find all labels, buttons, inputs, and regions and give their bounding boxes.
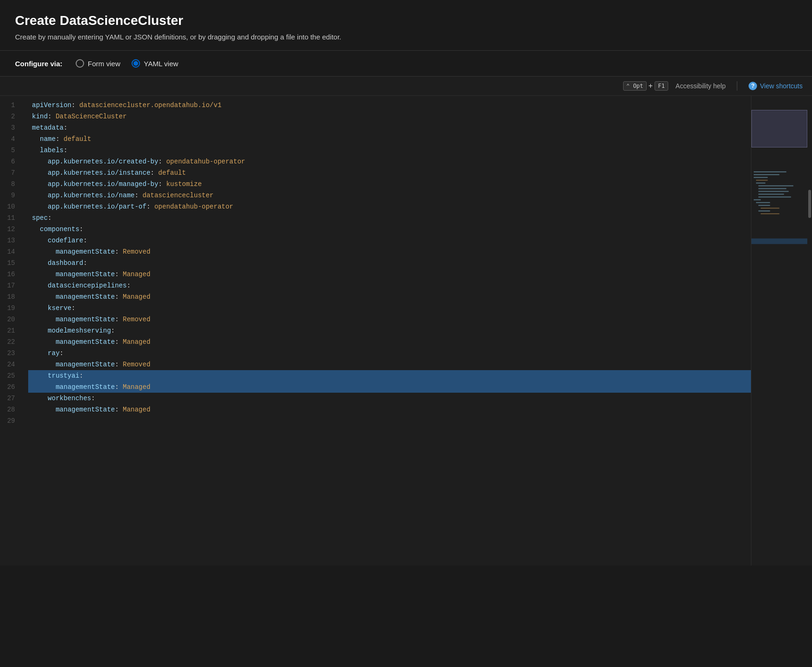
- line-number: 21: [0, 325, 21, 336]
- code-token: Managed: [123, 404, 150, 415]
- code-token: :: [55, 133, 63, 145]
- code-line: app.kubernetes.io/managed-by: kustomize: [28, 178, 751, 190]
- code-token: :: [48, 111, 56, 122]
- svg-rect-7: [758, 188, 787, 189]
- scrollbar[interactable]: [807, 96, 812, 566]
- line-number: 28: [0, 404, 21, 415]
- code-token: :: [79, 370, 83, 381]
- code-line: trustyai:: [28, 370, 751, 381]
- line-number: 7: [0, 167, 21, 178]
- yaml-view-radio[interactable]: [132, 59, 140, 68]
- minimap-viewport: [751, 110, 807, 147]
- code-token: workbenches: [48, 393, 91, 404]
- code-line: kind: DataScienceCluster: [28, 111, 751, 122]
- code-line: labels:: [28, 145, 751, 156]
- code-token: [32, 404, 55, 415]
- code-line: managementState: Managed: [28, 336, 751, 348]
- code-token: Managed: [123, 291, 150, 302]
- code-line: spec:: [28, 212, 751, 224]
- code-token: managementState: [55, 336, 115, 348]
- code-token: kserve: [48, 302, 71, 314]
- svg-rect-3: [754, 177, 768, 178]
- code-line: apiVersion: datasciencecluster.opendatah…: [28, 100, 751, 111]
- form-view-option[interactable]: Form view: [76, 59, 120, 68]
- accessibility-help-text[interactable]: Accessibility help: [676, 82, 726, 90]
- code-token: [32, 302, 48, 314]
- code-token: app.kubernetes.io/created-by: [48, 156, 158, 167]
- code-token: [32, 133, 40, 145]
- line-number: 16: [0, 269, 21, 280]
- line-number: 6: [0, 156, 21, 167]
- code-token: opendatahub-operator: [154, 201, 233, 212]
- code-token: :: [115, 381, 123, 393]
- code-token: :: [115, 404, 123, 415]
- line-number: 12: [0, 224, 21, 235]
- line-number: 26: [0, 381, 21, 393]
- line-number: 14: [0, 246, 21, 257]
- code-token: Managed: [123, 269, 150, 280]
- code-token: :: [60, 348, 63, 359]
- code-token: components: [40, 224, 79, 235]
- code-token: managementState: [55, 291, 115, 302]
- code-token: default: [63, 133, 91, 145]
- line-number: 29: [0, 415, 21, 427]
- svg-rect-16: [761, 213, 780, 214]
- keyboard-shortcut: ⌃ Opt + F1: [623, 81, 668, 91]
- code-token: [32, 370, 48, 381]
- code-token: spec: [32, 212, 48, 224]
- svg-rect-6: [758, 186, 793, 186]
- help-icon: ?: [749, 82, 757, 90]
- line-number: 18: [0, 291, 21, 302]
- shortcut-modifier: ⌃ Opt: [623, 81, 647, 91]
- page-title: Create DataScienceCluster: [15, 13, 797, 28]
- code-line: managementState: Managed: [28, 291, 751, 302]
- code-token: managementState: [55, 359, 115, 370]
- code-line: managementState: Managed: [28, 269, 751, 280]
- shortcut-plus: +: [648, 82, 653, 90]
- view-shortcuts-button[interactable]: ? View shortcuts: [749, 82, 803, 90]
- view-shortcuts-label: View shortcuts: [760, 82, 803, 90]
- line-number: 20: [0, 314, 21, 325]
- svg-rect-9: [758, 194, 784, 194]
- code-token: default: [158, 167, 186, 178]
- code-line: name: default: [28, 133, 751, 145]
- yaml-view-option[interactable]: YAML view: [132, 59, 178, 68]
- code-token: app.kubernetes.io/name: [48, 190, 135, 201]
- minimap: [751, 96, 807, 566]
- code-line: ray:: [28, 348, 751, 359]
- code-token: :: [91, 393, 95, 404]
- code-token: :: [158, 156, 166, 167]
- code-token: datasciencecluster.opendatahub.io/v1: [79, 100, 221, 111]
- code-area[interactable]: apiVersion: datasciencecluster.opendatah…: [28, 96, 751, 566]
- scrollbar-thumb[interactable]: [808, 190, 811, 218]
- svg-rect-2: [754, 174, 780, 175]
- line-number: 10: [0, 201, 21, 212]
- code-token: :: [63, 145, 67, 156]
- code-token: Removed: [123, 246, 150, 257]
- line-number: 13: [0, 235, 21, 246]
- line-number: 2: [0, 111, 21, 122]
- svg-rect-8: [758, 191, 789, 192]
- page-header: Create DataScienceCluster Create by manu…: [0, 0, 812, 51]
- svg-rect-13: [758, 205, 770, 206]
- code-token: [32, 280, 48, 291]
- code-token: modelmeshserving: [48, 325, 111, 336]
- line-number: 15: [0, 257, 21, 269]
- line-number: 24: [0, 359, 21, 370]
- code-line: managementState: Managed: [28, 381, 751, 393]
- code-line: kserve:: [28, 302, 751, 314]
- code-line: app.kubernetes.io/instance: default: [28, 167, 751, 178]
- svg-rect-4: [756, 180, 768, 181]
- code-line: dashboard:: [28, 257, 751, 269]
- code-token: Removed: [123, 359, 150, 370]
- line-number: 5: [0, 145, 21, 156]
- code-token: codeflare: [48, 235, 84, 246]
- code-token: ray: [48, 348, 60, 359]
- form-view-radio[interactable]: [76, 59, 84, 68]
- code-token: trustyai: [48, 370, 79, 381]
- line-number: 19: [0, 302, 21, 314]
- toolbar-divider: [737, 81, 737, 91]
- code-token: :: [158, 178, 166, 190]
- code-token: :: [83, 257, 87, 269]
- code-token: [32, 178, 48, 190]
